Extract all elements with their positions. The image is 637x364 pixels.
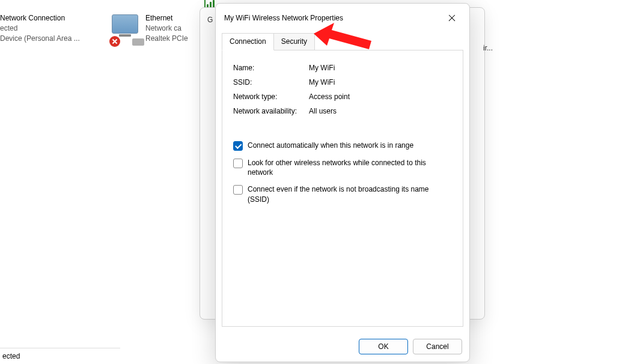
tab-security[interactable]: Security	[273, 33, 315, 50]
back-window-letter: G	[207, 16, 213, 24]
close-button[interactable]	[442, 10, 462, 26]
adapter-item-ethernet[interactable]: Ethernet Network ca Realtek PCIe	[112, 13, 188, 43]
ethernet-icon	[112, 13, 141, 42]
tab-panel-connection: Name: My WiFi SSID: My WiFi Network type…	[222, 50, 463, 327]
checkbox-row-auto-connect: Connect automatically when this network …	[233, 141, 452, 151]
label-network-type: Network type:	[233, 93, 309, 101]
plug-icon	[132, 38, 144, 46]
adapter-title: Ethernet	[145, 13, 188, 23]
label-availability: Network availability:	[233, 107, 309, 115]
dialog-titlebar: My WiFi Wireless Network Properties	[216, 4, 469, 32]
wifi-properties-dialog: My WiFi Wireless Network Properties Conn…	[215, 3, 470, 362]
adapter-status: Network ca	[145, 23, 188, 34]
checkbox-label-look-other: Look for other wireless networks while c…	[248, 158, 434, 177]
ok-button[interactable]: OK	[359, 339, 408, 354]
disconnected-icon	[109, 36, 120, 47]
checkbox-connect-hidden[interactable]	[233, 185, 243, 195]
dialog-title: My WiFi Wireless Network Properties	[224, 14, 343, 22]
dialog-footer: OK Cancel	[216, 333, 469, 362]
checkbox-row-connect-hidden: Connect even if the network is not broad…	[233, 184, 452, 204]
checkbox-look-other[interactable]	[233, 159, 243, 168]
status-bar-fragment: ected	[0, 348, 120, 360]
adapter-item-network-connection[interactable]: Network Connection ected Device (Persona…	[0, 13, 80, 43]
tab-connection[interactable]: Connection	[222, 33, 274, 50]
value-ssid: My WiFi	[309, 78, 452, 86]
label-name: Name:	[233, 64, 309, 72]
label-ssid: SSID:	[233, 78, 309, 86]
adapter-device: Device (Personal Area ...	[0, 34, 80, 44]
checkbox-row-look-other: Look for other wireless networks while c…	[233, 158, 452, 177]
adapter-device: Realtek PCIe	[145, 34, 188, 44]
value-availability: All users	[309, 107, 452, 115]
checkbox-label-connect-hidden: Connect even if the network is not broad…	[248, 184, 434, 204]
cancel-button[interactable]: Cancel	[413, 339, 462, 354]
value-name: My WiFi	[309, 64, 452, 72]
adapter-title: Network Connection	[0, 13, 80, 23]
value-network-type: Access point	[309, 93, 452, 101]
checkbox-auto-connect[interactable]	[233, 141, 243, 151]
adapter-status: ected	[0, 23, 80, 34]
dialog-tabs: Connection Security	[222, 32, 463, 50]
close-icon	[448, 14, 456, 22]
truncated-text: ir...	[483, 44, 493, 52]
checkbox-label-auto-connect: Connect automatically when this network …	[248, 141, 417, 150]
